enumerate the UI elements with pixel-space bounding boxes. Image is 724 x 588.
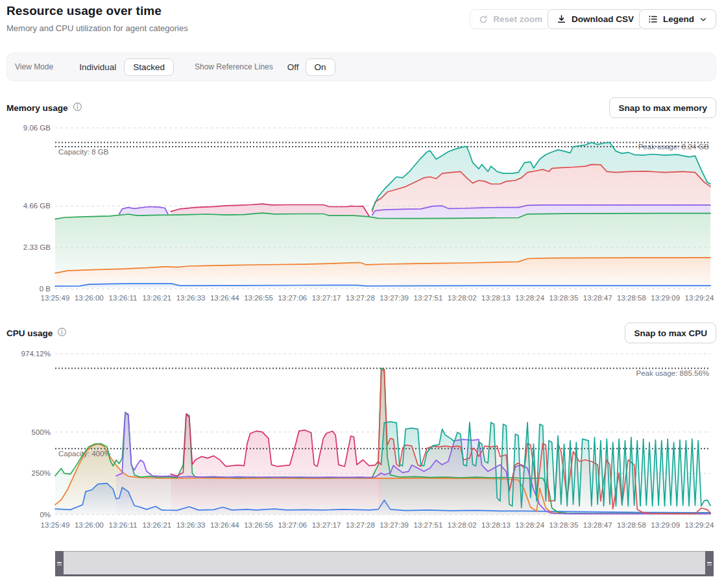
cpu-y-tick-label: 0% <box>40 511 51 519</box>
scrollbar-right-handle[interactable] <box>705 551 714 576</box>
cpu-x-tick-label: 13:27:39 <box>380 521 409 529</box>
reference-lines-option-off[interactable]: Off <box>287 62 299 72</box>
memory-x-tick-label: 13:28:58 <box>617 294 646 302</box>
legend-list-icon <box>648 14 658 24</box>
cpu-x-tick-label: 13:27:17 <box>312 521 341 529</box>
cpu-y-tick-label: 500% <box>32 428 51 436</box>
memory-x-tick-label: 13:29:24 <box>685 294 714 302</box>
chart-controls-bar: View Mode Individual Stacked Show Refere… <box>6 53 716 81</box>
memory-y-tick-label: 2.33 GB <box>23 243 51 251</box>
cpu-x-tick-label: 13:26:44 <box>210 521 239 529</box>
memory-y-tick-label: 9.06 GB <box>23 124 51 132</box>
memory-x-tick-label: 13:28:02 <box>448 294 477 302</box>
memory-x-tick-label: 13:27:06 <box>278 294 307 302</box>
cpu-x-tick-label: 13:26:33 <box>176 521 206 529</box>
memory-x-tick-label: 13:27:17 <box>312 294 341 302</box>
snap-to-max-cpu-button[interactable]: Snap to max CPU <box>625 323 716 343</box>
cpu-x-tick-label: 13:26:00 <box>75 521 104 529</box>
cpu-x-tick-label: 13:27:06 <box>278 521 307 529</box>
memory-x-tick-label: 13:28:47 <box>583 294 612 302</box>
scrollbar-left-handle[interactable] <box>55 551 64 576</box>
view-mode-option-individual[interactable]: Individual <box>79 62 116 72</box>
cpu-x-tick-label: 13:28:47 <box>583 521 612 529</box>
download-icon <box>557 14 566 24</box>
memory-x-tick-label: 13:28:13 <box>481 294 511 302</box>
cpu-x-tick-label: 13:28:35 <box>549 521 579 529</box>
cpu-x-tick-label: 13:27:51 <box>414 521 443 529</box>
memory-x-tick-label: 13:26:00 <box>75 294 104 302</box>
cpu-x-tick-label: 13:28:24 <box>515 521 544 529</box>
cpu-x-tick-label: 13:26:21 <box>142 521 171 529</box>
cpu-x-tick-label: 13:28:02 <box>448 521 477 529</box>
reference-lines-option-on[interactable]: On <box>306 58 335 76</box>
memory-x-tick-label: 13:29:09 <box>651 294 680 302</box>
memory-info-icon[interactable] <box>73 102 82 114</box>
cpu-series-pink-area <box>171 414 381 515</box>
memory-y-tick-label: 0 B <box>40 285 51 293</box>
memory-x-tick-label: 13:27:28 <box>346 294 375 302</box>
page-title: Resource usage over time <box>6 4 162 18</box>
memory-x-tick-label: 13:26:44 <box>210 294 239 302</box>
cpu-y-tick-label: 974.12% <box>21 350 51 358</box>
snap-to-max-memory-button[interactable]: Snap to max memory <box>609 97 716 118</box>
cpu-section-title: CPU usage <box>6 327 67 339</box>
cpu-x-tick-label: 13:25:49 <box>41 521 70 529</box>
memory-x-tick-label: 13:28:35 <box>549 294 579 302</box>
view-mode-label: View Mode <box>15 62 53 71</box>
view-mode-option-stacked[interactable]: Stacked <box>124 58 174 76</box>
memory-y-tick-label: 4.66 GB <box>23 202 51 210</box>
cpu-info-icon[interactable] <box>57 327 67 339</box>
cpu-x-tick-label: 13:26:11 <box>109 521 138 529</box>
cpu-x-tick-label: 13:28:58 <box>617 521 646 529</box>
reset-zoom-button[interactable]: Reset zoom <box>470 9 551 29</box>
cpu-y-tick-label: 250% <box>32 469 51 477</box>
cpu-x-tick-label: 13:29:09 <box>651 521 680 529</box>
reference-lines-label: Show Reference Lines <box>195 62 273 71</box>
memory-x-tick-label: 13:26:33 <box>176 294 206 302</box>
reset-zoom-icon <box>479 15 488 24</box>
memory-x-tick-label: 13:27:39 <box>380 294 409 302</box>
time-range-scrollbar[interactable] <box>55 551 714 576</box>
cpu-x-tick-label: 13:29:24 <box>685 521 714 529</box>
memory-x-tick-label: 13:25:49 <box>41 294 70 302</box>
legend-button[interactable]: Legend <box>639 9 716 29</box>
page-subtitle: Memory and CPU utilization for agent cat… <box>6 23 188 33</box>
resource-usage-dashboard: Resource usage over time Memory and CPU … <box>0 0 724 588</box>
memory-section-title: Memory usage <box>6 102 82 114</box>
memory-x-tick-label: 13:26:21 <box>142 294 171 302</box>
download-csv-button[interactable]: Download CSV <box>548 9 643 29</box>
memory-x-tick-label: 13:27:51 <box>414 294 443 302</box>
cpu-chart[interactable]: 974.12%500%250%0%Peak usage: 885.56%Capa… <box>0 345 724 537</box>
cpu-x-tick-label: 13:28:13 <box>481 521 511 529</box>
cpu-x-tick-label: 13:26:55 <box>244 521 273 529</box>
chevron-down-icon <box>699 16 707 23</box>
memory-x-tick-label: 13:26:55 <box>244 294 273 302</box>
cpu-reference-label: Peak usage: 885.56% <box>636 369 709 377</box>
cpu-x-tick-label: 13:27:28 <box>346 521 375 529</box>
memory-x-tick-label: 13:26:11 <box>109 294 138 302</box>
memory-chart[interactable]: 9.06 GB4.66 GB2.33 GB0 BPeak usage: 8.24… <box>0 120 724 315</box>
memory-reference-label: Capacity: 8 GB <box>58 148 109 156</box>
memory-x-tick-label: 13:28:24 <box>515 294 544 302</box>
